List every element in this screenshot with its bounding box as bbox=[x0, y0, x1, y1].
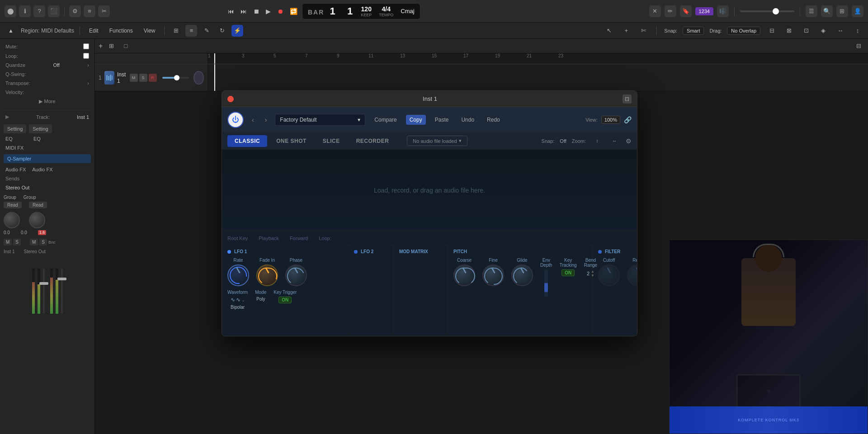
cutoff-knob[interactable] bbox=[598, 264, 620, 286]
read2-btn[interactable]: Read bbox=[29, 202, 47, 208]
vol2-knob[interactable] bbox=[29, 212, 45, 228]
settings-icon[interactable]: ⚙ bbox=[69, 5, 81, 17]
region-collapse-btn[interactable]: ▲ bbox=[5, 26, 17, 35]
bookmark-icon[interactable]: 🔖 bbox=[680, 5, 692, 17]
q-sampler-btn[interactable]: Q-Sampler bbox=[4, 154, 91, 163]
chain-icon[interactable]: 🔗 bbox=[624, 116, 632, 123]
edit-menu-btn[interactable]: Edit bbox=[85, 26, 102, 35]
split-btn[interactable]: ⊡ bbox=[800, 25, 812, 37]
track-s-btn[interactable]: S bbox=[139, 74, 147, 82]
s1-btn[interactable]: S bbox=[13, 239, 21, 245]
coarse-knob[interactable] bbox=[453, 264, 475, 286]
undo-btn[interactable]: Undo bbox=[458, 115, 478, 125]
drag-value[interactable]: No Overlap bbox=[727, 27, 760, 35]
list-view-btn[interactable]: ≡ bbox=[185, 25, 197, 37]
stop-btn[interactable]: ⏹ bbox=[251, 6, 261, 17]
inst-expand-btn[interactable]: ⊡ bbox=[623, 94, 632, 104]
inst-power-btn[interactable]: ⏻ bbox=[227, 112, 244, 128]
lfo1-fadein-knob[interactable] bbox=[256, 264, 278, 286]
functions-menu-btn[interactable]: Functions bbox=[106, 26, 137, 35]
play-btn[interactable]: ▶ bbox=[264, 6, 273, 17]
plus-tool-btn[interactable]: + bbox=[620, 25, 632, 37]
pencil-icon[interactable]: ✏ bbox=[665, 5, 676, 17]
zoom-height-btn[interactable]: ↕ bbox=[591, 135, 603, 147]
mute-checkbox[interactable] bbox=[83, 43, 89, 49]
scissors-icon[interactable]: ✂ bbox=[98, 5, 110, 17]
loop-checkbox[interactable] bbox=[83, 53, 89, 59]
eq1-row[interactable]: EQ EQ bbox=[4, 135, 91, 142]
align-btn[interactable]: ⊟ bbox=[766, 25, 778, 37]
preset-dropdown[interactable]: Factory Default ▾ bbox=[275, 114, 365, 126]
waveform-area[interactable]: Load, record, or drag an audio file here… bbox=[222, 150, 637, 231]
list-icon[interactable]: ☰ bbox=[806, 5, 817, 17]
tab-classic[interactable]: CLASSIC bbox=[227, 135, 267, 147]
apple-icon[interactable]: ⬤ bbox=[5, 5, 16, 17]
track-r-btn[interactable]: R bbox=[149, 74, 157, 82]
capture-btn[interactable]: □ bbox=[120, 40, 132, 52]
paste-btn[interactable]: Paste bbox=[431, 115, 453, 125]
close-x-icon[interactable]: ✕ bbox=[649, 5, 661, 17]
settings-gear-btn[interactable]: ⚙ bbox=[626, 137, 632, 145]
save-icon[interactable]: ⬛ bbox=[48, 5, 60, 17]
misc-btn2[interactable]: ↔ bbox=[835, 25, 846, 37]
inst-prev-btn[interactable]: ‹ bbox=[249, 115, 257, 124]
expand-track-btn[interactable]: ⊟ bbox=[853, 40, 864, 52]
help-icon[interactable]: ? bbox=[33, 5, 45, 17]
misc-btn1[interactable]: ◈ bbox=[817, 25, 829, 37]
setting2-btn[interactable]: Setting bbox=[29, 124, 52, 133]
compare-btn[interactable]: Compare bbox=[371, 115, 400, 125]
env-depth-slider[interactable] bbox=[544, 269, 548, 297]
audio-file-btn[interactable]: No audio file loaded ▾ bbox=[407, 136, 467, 146]
snap-value[interactable]: Smart bbox=[683, 27, 704, 35]
maestro-icon[interactable]: 🎼 bbox=[717, 5, 729, 17]
track-vol-thumb[interactable] bbox=[174, 75, 179, 80]
loop-btn[interactable]: 🔁 bbox=[288, 6, 299, 17]
volume-slider[interactable] bbox=[740, 10, 794, 12]
quantize-arrow[interactable]: › bbox=[87, 62, 89, 68]
zoom-width-btn[interactable]: ↔ bbox=[609, 135, 620, 147]
cycle-btn[interactable]: ↻ bbox=[216, 25, 228, 37]
lfo1-phase-knob[interactable] bbox=[285, 264, 307, 286]
mixer-icon[interactable]: ≡ bbox=[84, 5, 95, 17]
more-btn[interactable]: ▶ More bbox=[4, 98, 91, 105]
view-pct[interactable]: 100% bbox=[601, 116, 620, 124]
person-icon[interactable]: 👤 bbox=[852, 5, 863, 17]
track-pan-knob[interactable] bbox=[193, 71, 204, 85]
inst-close-btn[interactable] bbox=[227, 96, 234, 102]
reso-knob[interactable] bbox=[627, 264, 637, 286]
fast-fwd-btn[interactable]: ⏭ bbox=[239, 6, 249, 17]
tab-slice[interactable]: SLICE bbox=[316, 135, 347, 147]
snap-val[interactable]: Off bbox=[560, 138, 566, 144]
m1-btn[interactable]: M bbox=[4, 239, 12, 245]
user-badge[interactable]: 1234 bbox=[695, 7, 713, 15]
marquee-btn[interactable]: ⚡ bbox=[231, 25, 243, 37]
grid-view-btn[interactable]: ⊞ bbox=[170, 25, 182, 37]
fine-knob[interactable] bbox=[482, 264, 504, 286]
misc-btn3[interactable]: ↕ bbox=[852, 25, 863, 37]
m2-btn[interactable]: M bbox=[30, 239, 38, 245]
vol1-knob[interactable] bbox=[4, 212, 20, 228]
add-track-btn[interactable]: + bbox=[99, 42, 103, 50]
edit-tool-btn[interactable]: ✄ bbox=[637, 25, 649, 37]
grid-icon[interactable]: ⊞ bbox=[836, 5, 848, 17]
midi-fx-row[interactable]: MIDI FX bbox=[4, 144, 91, 151]
inst-next-btn[interactable]: › bbox=[262, 115, 270, 124]
info-icon[interactable]: ℹ bbox=[19, 5, 31, 17]
read1-btn[interactable]: Read bbox=[4, 202, 22, 208]
copy-btn[interactable]: Copy bbox=[406, 115, 426, 125]
tab-one-shot[interactable]: ONE SHOT bbox=[269, 135, 314, 147]
redo-btn[interactable]: Redo bbox=[483, 115, 504, 125]
trim-btn[interactable]: ⊠ bbox=[783, 25, 795, 37]
glide-knob[interactable] bbox=[511, 264, 533, 286]
s2-btn[interactable]: S bbox=[39, 239, 47, 245]
tab-recorder[interactable]: RECORDER bbox=[349, 135, 396, 147]
search-icon[interactable]: 🔍 bbox=[821, 5, 833, 17]
edit-view-btn[interactable]: ✎ bbox=[201, 25, 212, 37]
fader2-handle[interactable] bbox=[57, 278, 66, 280]
transpose-arrow[interactable]: › bbox=[87, 80, 89, 86]
lfo1-waveform-selector[interactable]: ∿∿ ⌄ bbox=[231, 297, 245, 303]
arrow-tool-btn[interactable]: ↖ bbox=[603, 25, 615, 37]
volume-thumb[interactable] bbox=[773, 8, 779, 14]
setting1-btn[interactable]: Setting bbox=[4, 124, 26, 133]
record-btn[interactable]: ⏺ bbox=[275, 6, 285, 17]
